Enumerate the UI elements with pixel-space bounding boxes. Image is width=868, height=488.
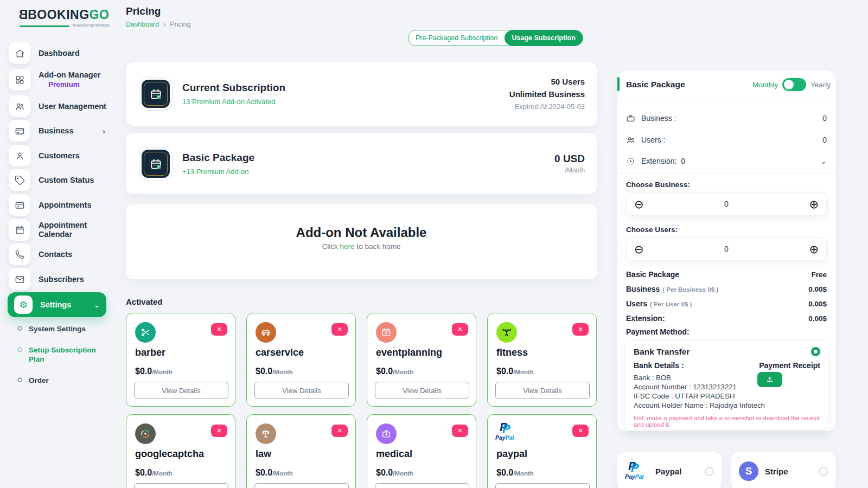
bullet-icon <box>17 326 22 331</box>
back-home-link[interactable]: here <box>340 242 355 251</box>
view-details-button[interactable]: View Details <box>254 483 349 488</box>
sidebar-item-label: Subscribers <box>39 275 84 284</box>
sidebar-item-appointment-calendar[interactable]: Appointment Calendar <box>9 219 115 241</box>
view-details-button[interactable]: View Details <box>134 382 228 399</box>
sidebar-item-contacts[interactable]: Contacts <box>9 243 115 265</box>
gateway-name: Stripe <box>765 467 788 476</box>
summary-value: 0.00$ <box>808 300 827 308</box>
addon-price: $0.0 <box>256 367 272 376</box>
view-details-button[interactable]: View Details <box>495 382 590 399</box>
view-details-button[interactable]: View Details <box>375 483 469 488</box>
gear-icon: ⚙ <box>14 296 33 314</box>
tab-usage-subscription[interactable]: Usage Subscription <box>505 30 582 46</box>
sidebar-item-addon-manager[interactable]: Add-on ManagerPremium <box>9 69 115 91</box>
eventplanning-icon <box>376 322 397 343</box>
billing-period-toggle[interactable] <box>782 78 806 91</box>
current-subscription-subtitle: 13 Premium Add-on Activated <box>182 98 275 106</box>
brand-logo[interactable]: BBOOKINGGO <box>18 8 109 22</box>
sidebar-item-label: Customers <box>39 151 80 160</box>
tab-pre-packaged-subscription[interactable]: Pre-Packaged Subscription <box>409 30 505 46</box>
breadcrumb: Dashboard › Pricing <box>126 21 190 28</box>
paypal-radio[interactable] <box>705 467 714 476</box>
stripe-gateway-card[interactable]: S Stripe <box>731 452 835 488</box>
view-details-button[interactable]: View Details <box>134 483 228 488</box>
sidebar-item-user-management[interactable]: User Management › <box>9 95 115 117</box>
plus-icon[interactable]: ⊕ <box>809 198 819 210</box>
addon-not-available-card: Add-on Not Available Click here to back … <box>126 204 597 279</box>
sidebar-item-business[interactable]: Business › <box>9 120 115 142</box>
sidebar-item-subscribers[interactable]: Subscribers <box>9 268 115 290</box>
home-icon <box>9 42 30 64</box>
subscription-calendar-icon <box>139 77 173 111</box>
close-icon[interactable]: ✕ <box>452 425 468 437</box>
gateway-name: Paypal <box>655 467 681 476</box>
view-details-button[interactable]: View Details <box>495 483 590 488</box>
chevron-down-icon[interactable]: ⌄ <box>820 157 827 165</box>
sidebar-item-label: Dashboard <box>39 49 80 58</box>
sidebar-item-label: Appointments <box>39 201 91 210</box>
addon-card-barber: ✕ barber $0.0/Month View Details <box>126 313 235 407</box>
paypal-gateway-card[interactable]: P P PayPal Paypal <box>617 452 722 488</box>
fitness-icon <box>496 322 517 343</box>
view-details-button[interactable]: View Details <box>254 382 349 399</box>
addon-price: $0.0 <box>256 468 272 477</box>
plus-icon[interactable]: ⊕ <box>809 243 819 255</box>
expired-at: Expired At 2024-05-03 <box>509 100 585 113</box>
bank-transfer-card[interactable]: Bank Transfer Bank Details : Payment Rec… <box>625 341 828 429</box>
close-icon[interactable]: ✕ <box>572 323 589 336</box>
sidebar-subitem-system-settings[interactable]: System Settings <box>17 324 110 333</box>
minus-icon[interactable]: ⊖ <box>634 198 644 210</box>
billing-monthly-label: Monthly <box>752 81 778 89</box>
sidebar-subitem-order[interactable]: Order <box>17 376 110 385</box>
view-details-button[interactable]: View Details <box>375 382 469 399</box>
addon-card-carservice: ✕ carservice $0.0/Month View Details <box>246 313 356 407</box>
addon-price: $0.0 <box>496 468 513 477</box>
close-icon[interactable]: ✕ <box>572 425 589 437</box>
bank-transfer-note: first, make a payment and take a screens… <box>634 415 828 428</box>
addon-price: $0.0 <box>135 367 152 376</box>
close-icon[interactable]: ✕ <box>211 323 227 336</box>
page-title: Pricing <box>126 5 161 17</box>
close-icon[interactable]: ✕ <box>331 425 348 437</box>
addon-period: /Month <box>152 470 173 477</box>
summary-label: Users <box>626 299 647 308</box>
carservice-icon <box>256 322 276 343</box>
business-stepper-value: 0 <box>644 200 809 208</box>
sidebar-item-label: User Management <box>39 102 106 111</box>
person-icon <box>9 145 30 166</box>
addon-name: eventplanning <box>376 347 442 358</box>
sidebar-item-custom-status[interactable]: Custom Status <box>9 169 115 191</box>
stripe-radio[interactable] <box>819 467 828 476</box>
business-icon <box>626 114 636 123</box>
bank-details-label: Bank Details : <box>634 361 684 370</box>
addon-period: /Month <box>272 369 293 375</box>
sidebar-item-settings[interactable]: ⚙ Settings ⌄ <box>8 292 106 317</box>
barber-icon <box>135 322 156 343</box>
addon-card-medical: ✕ medical $0.0/Month View Details <box>367 414 476 488</box>
summary-note: ( Per User 0$ ) <box>650 301 692 307</box>
sidebar-subitem-setup-subscription-plan[interactable]: Setup Subscription Plan <box>17 345 110 364</box>
minus-icon[interactable]: ⊖ <box>634 243 644 255</box>
addon-period: /Month <box>152 369 173 375</box>
billing-yearly-label: Yearly <box>810 81 831 89</box>
bank-transfer-radio[interactable] <box>811 347 820 356</box>
account-holder-name: Account Holder Name : Rajodiya Infotech <box>634 401 765 410</box>
sidebar-item-customers[interactable]: Customers <box>9 145 115 166</box>
addon-price: $0.0 <box>496 367 513 376</box>
subscription-type-tabs: Pre-Packaged Subscription Usage Subscrip… <box>408 30 583 46</box>
bank-name: Bank : BOB <box>634 373 765 382</box>
close-icon[interactable]: ✕ <box>452 323 468 336</box>
close-icon[interactable]: ✕ <box>211 425 227 437</box>
tag-icon <box>9 169 30 191</box>
close-icon[interactable]: ✕ <box>331 323 348 336</box>
sidebar-item-appointments[interactable]: Appointments <box>9 194 115 216</box>
basic-package-title: Basic Package <box>182 152 254 164</box>
addon-name: carservice <box>256 347 304 358</box>
breadcrumb-dashboard-link[interactable]: Dashboard <box>126 21 159 28</box>
counter-label: Extension: <box>641 157 676 165</box>
addon-not-available-subtitle: Click here to back home <box>126 242 597 251</box>
summary-row-users: Users ( Per User 0$ ) 0.00$ <box>626 299 827 311</box>
upload-receipt-button[interactable] <box>757 372 782 387</box>
sidebar-item-dashboard[interactable]: Dashboard <box>9 42 115 64</box>
addon-name: law <box>256 448 271 460</box>
